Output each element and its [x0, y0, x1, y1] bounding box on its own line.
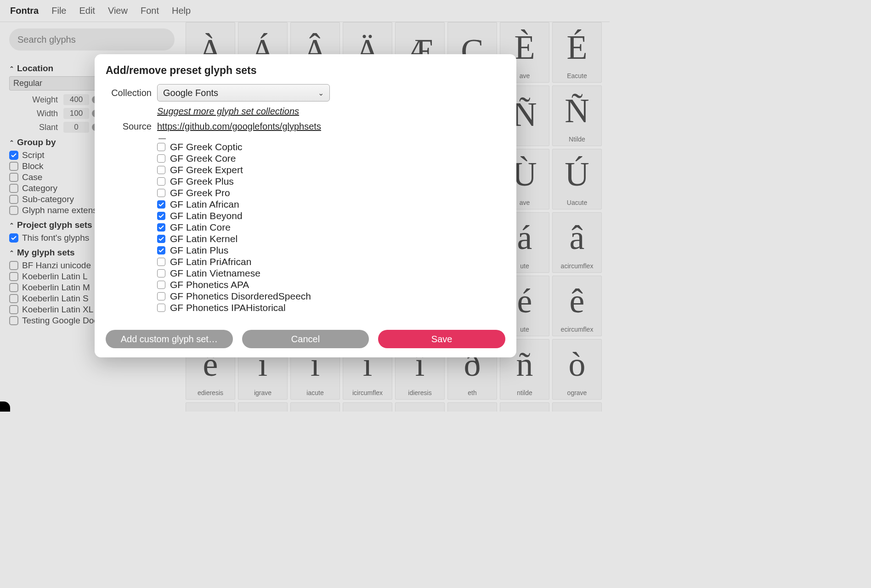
checkbox[interactable] [157, 143, 165, 151]
suggest-link[interactable]: Suggest more glyph set collections [157, 106, 505, 117]
glyph-set-row[interactable]: GF Latin Vietnamese [157, 267, 505, 279]
glyph-set-label: GF Greek Coptic [170, 142, 243, 152]
list-scroll-indicator [158, 138, 166, 139]
glyph-set-row[interactable]: GF Phonetics DisorderedSpeech [157, 290, 505, 302]
glyph-set-row[interactable]: GF Greek Coptic [157, 141, 505, 153]
glyph-set-label: GF Phonetics DisorderedSpeech [170, 291, 311, 301]
source-link[interactable]: https://github.com/googlefonts/glyphsets [157, 121, 505, 132]
checkbox[interactable] [157, 304, 165, 312]
checkbox[interactable] [157, 246, 165, 254]
menu-edit[interactable]: Edit [79, 6, 95, 16]
glyph-set-label: GF Greek Plus [170, 176, 234, 186]
glyph-set-label: GF Greek Expert [170, 165, 243, 175]
collection-select[interactable]: Google Fonts ⌄ [157, 84, 330, 102]
glyph-set-label: GF Latin Plus [170, 245, 228, 255]
preset-glyph-sets-modal: Add/remove preset glyph sets Collection … [95, 54, 516, 357]
checkbox[interactable] [157, 212, 165, 220]
checkbox[interactable] [157, 189, 165, 197]
glyph-set-row[interactable]: GF Latin Kernel [157, 233, 505, 244]
checkbox[interactable] [157, 258, 165, 266]
menu-help[interactable]: Help [172, 6, 191, 16]
glyph-set-row[interactable]: GF Latin PriAfrican [157, 256, 505, 267]
chevron-down-icon: ⌄ [318, 89, 324, 97]
source-label: Source [106, 121, 152, 132]
checkbox[interactable] [157, 281, 165, 289]
checkbox[interactable] [157, 200, 165, 209]
menu-file[interactable]: File [51, 6, 66, 16]
glyph-set-row[interactable]: GF Latin African [157, 198, 505, 210]
checkbox[interactable] [157, 292, 165, 300]
save-button[interactable]: Save [378, 330, 505, 348]
glyph-set-label: GF Latin Kernel [170, 234, 238, 243]
checkbox[interactable] [157, 235, 165, 243]
glyph-set-row[interactable]: GF Latin Beyond [157, 210, 505, 221]
checkbox[interactable] [157, 223, 165, 232]
menu-view[interactable]: View [108, 6, 128, 16]
glyph-set-label: GF Latin African [170, 199, 239, 209]
glyph-set-label: GF Latin Beyond [170, 211, 243, 220]
checkbox[interactable] [157, 269, 165, 277]
collection-label: Collection [106, 88, 152, 98]
app-title: Fontra [10, 6, 39, 16]
glyph-set-label: GF Phonetics IPAHistorical [170, 303, 286, 312]
glyph-set-label: GF Latin PriAfrican [170, 257, 251, 266]
menubar: Fontra File Edit View Font Help [0, 0, 610, 22]
glyph-set-row[interactable]: GF Greek Core [157, 153, 505, 164]
glyph-set-row[interactable]: GF Greek Pro [157, 187, 505, 198]
glyph-set-row[interactable]: GF Latin Plus [157, 244, 505, 256]
glyph-set-label: GF Greek Pro [170, 188, 230, 198]
menu-font[interactable]: Font [141, 6, 159, 16]
add-custom-button[interactable]: Add custom glyph set… [106, 330, 233, 348]
glyph-set-label: GF Greek Core [170, 153, 236, 163]
checkbox[interactable] [157, 177, 165, 186]
glyph-set-label: GF Latin Core [170, 222, 231, 232]
glyph-set-label: GF Latin Vietnamese [170, 268, 260, 278]
glyph-set-row[interactable]: GF Latin Core [157, 221, 505, 233]
glyph-set-row[interactable]: GF Phonetics APA [157, 279, 505, 290]
glyph-sets-list: GF Greek CopticGF Greek CoreGF Greek Exp… [157, 138, 505, 322]
checkbox[interactable] [157, 166, 165, 174]
cancel-button[interactable]: Cancel [242, 330, 369, 348]
modal-title: Add/remove preset glyph sets [106, 64, 505, 77]
checkbox[interactable] [157, 154, 165, 163]
glyph-set-label: GF Phonetics APA [170, 280, 249, 289]
glyph-set-row[interactable]: GF Phonetics IPAHistorical [157, 302, 505, 313]
glyph-set-row[interactable]: GF Greek Expert [157, 164, 505, 175]
glyph-set-row[interactable]: GF Greek Plus [157, 175, 505, 187]
